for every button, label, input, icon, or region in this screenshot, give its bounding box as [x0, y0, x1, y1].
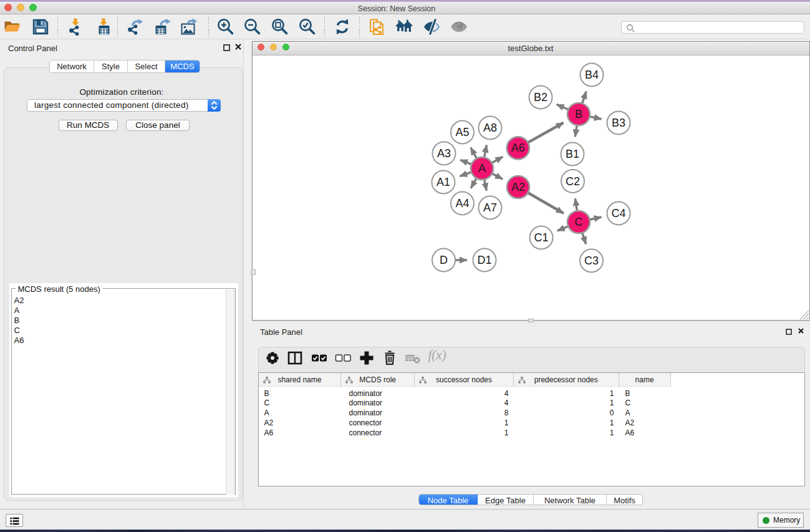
- svg-text:A2: A2: [511, 181, 524, 193]
- svg-text:A5: A5: [455, 126, 469, 138]
- svg-text:B4: B4: [584, 69, 598, 81]
- svg-text:C: C: [574, 216, 582, 228]
- svg-text:B2: B2: [533, 91, 547, 104]
- svg-text:C1: C1: [534, 231, 548, 244]
- svg-text:B: B: [574, 108, 582, 120]
- svg-text:A6: A6: [511, 142, 524, 154]
- svg-text:A7: A7: [483, 201, 496, 214]
- svg-text:A1: A1: [436, 176, 450, 188]
- svg-text:D1: D1: [477, 254, 491, 266]
- svg-text:A: A: [478, 162, 485, 175]
- svg-text:A4: A4: [455, 197, 469, 210]
- svg-text:B3: B3: [611, 117, 625, 129]
- svg-text:D: D: [440, 254, 448, 266]
- svg-text:C4: C4: [611, 207, 625, 220]
- svg-text:C2: C2: [565, 175, 579, 188]
- svg-text:A8: A8: [483, 122, 496, 134]
- svg-text:B1: B1: [565, 148, 579, 160]
- svg-text:A3: A3: [436, 147, 450, 160]
- svg-text:C3: C3: [584, 254, 598, 267]
